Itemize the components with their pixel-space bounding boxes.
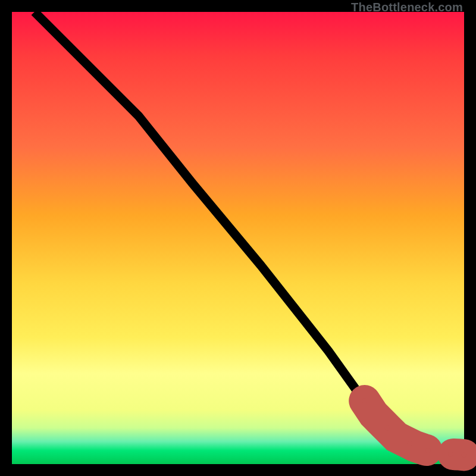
- marker-dot: [448, 452, 453, 456]
- main-curve: [35, 12, 464, 455]
- figure-root: TheBottleneck.com: [0, 0, 476, 476]
- marker-dot: [362, 398, 367, 403]
- chart-svg: [12, 12, 464, 464]
- marker-dot: [462, 453, 466, 458]
- marker-dot: [425, 448, 430, 453]
- marker-dot: [385, 425, 390, 430]
- marker-dash-segment: [365, 401, 464, 455]
- marker-dot: [408, 441, 412, 446]
- marker-cluster: [362, 398, 467, 458]
